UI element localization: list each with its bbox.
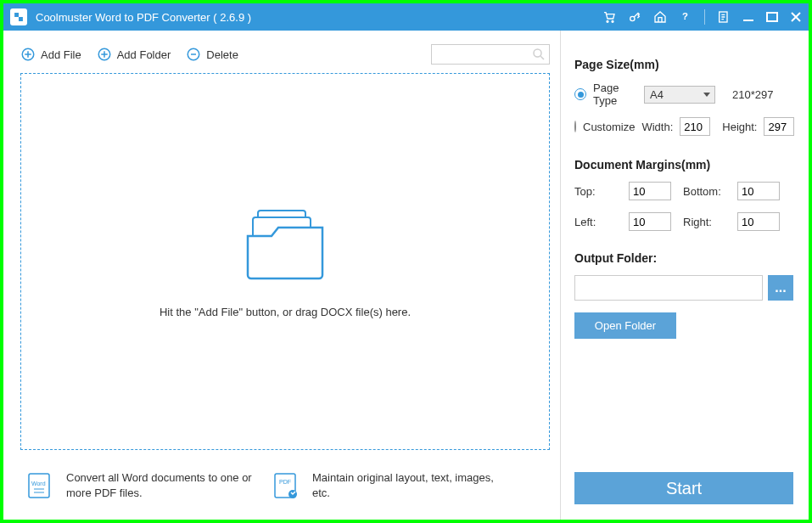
home-icon[interactable] bbox=[653, 10, 667, 24]
content: Add File Add Folder Delete bbox=[3, 31, 809, 520]
help-icon[interactable]: ? bbox=[679, 10, 692, 24]
height-label: Height: bbox=[722, 121, 757, 133]
app-icon bbox=[10, 8, 27, 25]
maximize-icon[interactable] bbox=[766, 11, 778, 23]
svg-text:PDF: PDF bbox=[279, 479, 291, 485]
dropzone-text: Hit the "Add File" button, or drag DOCX … bbox=[160, 306, 411, 318]
add-file-label: Add File bbox=[41, 48, 81, 61]
svg-point-1 bbox=[612, 20, 613, 22]
search-wrap bbox=[431, 44, 550, 65]
svg-rect-5 bbox=[743, 20, 753, 21]
start-button[interactable]: Start bbox=[574, 472, 793, 504]
svg-text:?: ? bbox=[682, 11, 688, 21]
svg-point-10 bbox=[534, 49, 541, 57]
toolbar: Add File Add Folder Delete bbox=[20, 41, 550, 73]
customize-label: Customize bbox=[583, 121, 635, 133]
customize-row: Customize Width: Height: bbox=[574, 117, 793, 136]
svg-point-0 bbox=[607, 20, 608, 22]
dropzone[interactable]: Hit the "Add File" button, or drag DOCX … bbox=[20, 73, 550, 450]
svg-point-2 bbox=[630, 16, 635, 20]
margin-top-input[interactable] bbox=[629, 182, 671, 200]
width-input[interactable] bbox=[680, 117, 710, 136]
output-path-input[interactable] bbox=[574, 275, 763, 301]
main-panel: Add File Add Folder Delete bbox=[3, 31, 561, 520]
output-row: ... bbox=[574, 275, 793, 301]
add-file-button[interactable]: Add File bbox=[20, 47, 81, 62]
delete-icon bbox=[186, 47, 201, 62]
add-file-icon bbox=[20, 47, 36, 62]
add-folder-icon bbox=[97, 47, 112, 62]
app-window: Coolmuster Word to PDF Converter ( 2.6.9… bbox=[3, 3, 809, 520]
word-icon: Word bbox=[24, 470, 54, 501]
key-icon[interactable] bbox=[628, 10, 641, 24]
margin-left-input[interactable] bbox=[629, 212, 671, 231]
margin-top-label: Top: bbox=[574, 185, 629, 198]
pdf-icon: PDF bbox=[270, 470, 300, 501]
cart-icon[interactable] bbox=[602, 10, 616, 24]
svg-text:Word: Word bbox=[31, 481, 46, 486]
page-type-label: Page Type bbox=[593, 82, 637, 107]
page-type-select[interactable]: A4 bbox=[644, 86, 715, 104]
folder-icon bbox=[243, 205, 328, 285]
page-dimensions: 210*297 bbox=[732, 88, 773, 101]
info-convert: Word Convert all Word documents to one o… bbox=[24, 470, 253, 501]
titlebar: Coolmuster Word to PDF Converter ( 2.6.9… bbox=[3, 3, 809, 31]
search-icon[interactable] bbox=[531, 47, 546, 62]
titlebar-controls: ? bbox=[602, 9, 802, 25]
info-maintain: PDF Maintain original layout, text, imag… bbox=[270, 470, 499, 501]
close-icon[interactable] bbox=[790, 11, 802, 23]
minimize-icon[interactable] bbox=[742, 11, 754, 23]
margins-title: Document Margins(mm) bbox=[574, 158, 793, 172]
add-folder-label: Add Folder bbox=[117, 48, 171, 61]
browse-button[interactable]: ... bbox=[768, 275, 793, 301]
info-convert-text: Convert all Word documents to one or mor… bbox=[66, 470, 253, 500]
margin-bottom-input[interactable] bbox=[737, 182, 780, 200]
height-input[interactable] bbox=[764, 117, 794, 136]
delete-button[interactable]: Delete bbox=[186, 47, 238, 62]
page-type-row: Page Type A4 210*297 bbox=[574, 82, 793, 107]
svg-rect-6 bbox=[767, 13, 777, 21]
margin-right-label: Right: bbox=[683, 216, 737, 228]
delete-label: Delete bbox=[206, 48, 238, 61]
sidebar: Page Size(mm) Page Type A4 210*297 Custo… bbox=[561, 31, 809, 520]
info-maintain-text: Maintain original layout, text, images, … bbox=[312, 470, 499, 500]
margin-bottom-label: Bottom: bbox=[683, 185, 737, 198]
margins-grid: Top: Bottom: Left: Right: bbox=[574, 182, 793, 231]
open-folder-button[interactable]: Open Folder bbox=[574, 312, 676, 339]
margin-right-input[interactable] bbox=[737, 212, 780, 231]
bottom-info: Word Convert all Word documents to one o… bbox=[20, 462, 550, 509]
output-title: Output Folder: bbox=[574, 251, 793, 265]
app-title: Coolmuster Word to PDF Converter ( 2.6.9… bbox=[36, 11, 602, 24]
width-label: Width: bbox=[641, 121, 673, 133]
margin-left-label: Left: bbox=[574, 216, 629, 228]
customize-radio[interactable] bbox=[574, 121, 576, 132]
add-folder-button[interactable]: Add Folder bbox=[97, 47, 171, 62]
page-size-title: Page Size(mm) bbox=[574, 58, 793, 71]
feedback-icon[interactable] bbox=[717, 10, 731, 24]
page-type-radio[interactable] bbox=[574, 88, 586, 100]
